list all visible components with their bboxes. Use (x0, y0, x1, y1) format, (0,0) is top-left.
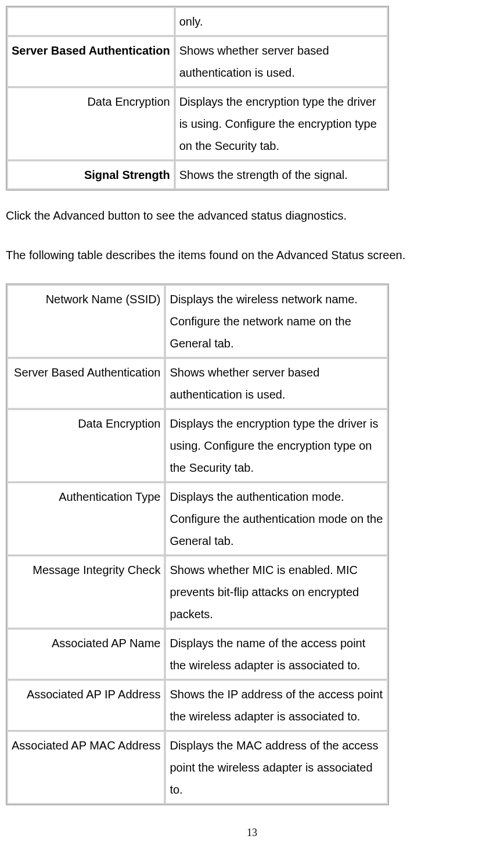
table-row: Authentication TypeDisplays the authenti… (8, 483, 387, 555)
table-row: Message Integrity CheckShows whether MIC… (8, 556, 387, 628)
table-row: Associated AP MAC AddressDisplays the MA… (8, 731, 387, 804)
row-description: Shows whether server based authenticatio… (165, 358, 387, 408)
row-label (8, 8, 174, 35)
row-label: Network Name (SSID) (8, 285, 164, 357)
row-label: Signal Strength (8, 161, 174, 189)
row-label: Data Encryption (8, 88, 174, 160)
table-row: Signal StrengthShows the strength of the… (8, 161, 387, 189)
row-description: only. (175, 8, 387, 35)
advanced-status-table: Network Name (SSID)Displays the wireless… (6, 284, 389, 805)
row-description: Displays the wireless network name. Conf… (165, 285, 387, 357)
table-row: Data EncryptionDisplays the encryption t… (8, 410, 387, 482)
row-label: Data Encryption (8, 410, 164, 482)
row-description: Shows the strength of the signal. (175, 161, 387, 189)
row-label: Associated AP IP Address (8, 680, 164, 730)
row-description: Displays the name of the access point th… (165, 629, 387, 679)
row-label: Message Integrity Check (8, 556, 164, 628)
row-description: Shows whether server based authenticatio… (175, 37, 387, 87)
row-description: Displays the encryption type the driver … (165, 410, 387, 482)
row-description: Displays the MAC address of the access p… (165, 731, 387, 804)
page-number: 13 (6, 823, 498, 842)
table-row: Associated AP IP AddressShows the IP add… (8, 680, 387, 730)
status-table: only.Server Based AuthenticationShows wh… (6, 6, 389, 191)
row-description: Displays the authentication mode. Config… (165, 483, 387, 555)
table-row: Server Based AuthenticationShows whether… (8, 358, 387, 408)
paragraph-advanced-table-intro: The following table describes the items … (6, 244, 498, 266)
row-label: Server Based Authentication (8, 358, 164, 408)
table-row: only. (8, 8, 387, 35)
table-row: Network Name (SSID)Displays the wireless… (8, 285, 387, 357)
table-row: Associated AP NameDisplays the name of t… (8, 629, 387, 679)
paragraph-advanced-button: Click the Advanced button to see the adv… (6, 205, 498, 227)
row-description: Shows the IP address of the access point… (165, 680, 387, 730)
table-row: Server Based AuthenticationShows whether… (8, 37, 387, 87)
row-label: Associated AP MAC Address (8, 731, 164, 804)
row-label: Authentication Type (8, 483, 164, 555)
row-label: Server Based Authentication (8, 37, 174, 87)
table-row: Data EncryptionDisplays the encryption t… (8, 88, 387, 160)
row-label: Associated AP Name (8, 629, 164, 679)
row-description: Shows whether MIC is enabled. MIC preven… (165, 556, 387, 628)
row-description: Displays the encryption type the driver … (175, 88, 387, 160)
